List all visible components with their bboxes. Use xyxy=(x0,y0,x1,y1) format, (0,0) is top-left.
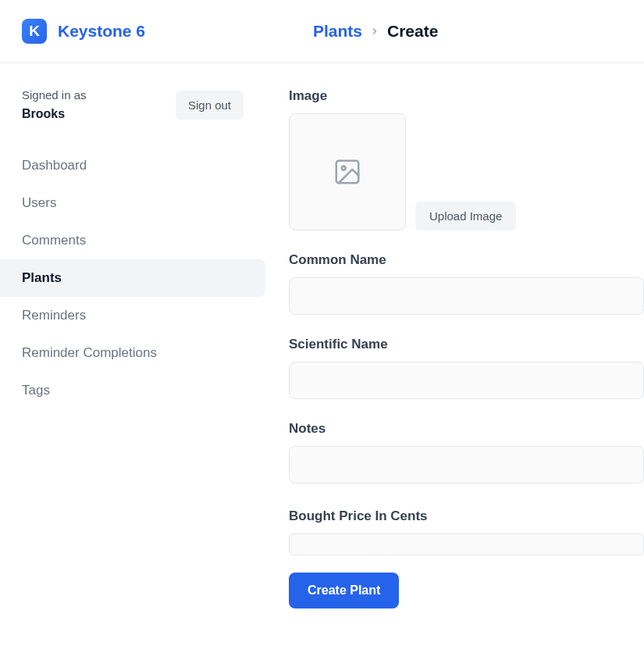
brand[interactable]: K Keystone 6 xyxy=(22,19,313,44)
field-scientific-name: Scientific Name xyxy=(289,337,644,399)
chevron-right-icon xyxy=(370,27,379,36)
field-image: Image Upload Image xyxy=(289,88,644,230)
signout-button[interactable]: Sign out xyxy=(176,91,244,120)
signed-in-text: Signed in as Brooks xyxy=(22,87,87,123)
auth-block: Signed in as Brooks Sign out xyxy=(0,87,265,123)
signed-in-label: Signed in as xyxy=(22,88,87,102)
field-notes: Notes xyxy=(289,421,644,487)
breadcrumb: Plants Create xyxy=(313,22,438,41)
logo-icon: K xyxy=(22,19,47,44)
sidebar-item-plants[interactable]: Plants xyxy=(0,259,265,297)
upload-image-button[interactable]: Upload Image xyxy=(415,202,516,230)
common-name-label: Common Name xyxy=(289,252,644,268)
sidebar-item-users[interactable]: Users xyxy=(0,184,265,222)
sidebar-item-reminder-completions[interactable]: Reminder Completions xyxy=(0,334,265,372)
notes-input[interactable] xyxy=(289,446,644,484)
brand-title: Keystone 6 xyxy=(58,22,145,41)
image-placeholder xyxy=(289,113,406,230)
svg-point-1 xyxy=(342,166,346,170)
notes-label: Notes xyxy=(289,421,644,437)
image-label: Image xyxy=(289,88,644,104)
scientific-name-input[interactable] xyxy=(289,362,644,399)
signed-in-username: Brooks xyxy=(22,107,65,120)
breadcrumb-current: Create xyxy=(387,22,438,41)
logo-letter: K xyxy=(29,23,40,40)
bought-price-input[interactable] xyxy=(289,533,644,555)
sidebar: Signed in as Brooks Sign out Dashboard U… xyxy=(0,63,265,633)
app-header: K Keystone 6 Plants Create xyxy=(0,0,644,63)
nav: Dashboard Users Comments Plants Reminder… xyxy=(0,147,265,409)
app-body: Signed in as Brooks Sign out Dashboard U… xyxy=(0,63,644,633)
sidebar-item-reminders[interactable]: Reminders xyxy=(0,297,265,334)
breadcrumb-parent[interactable]: Plants xyxy=(313,22,362,41)
main-content: Image Upload Image Common Name Scientifi… xyxy=(265,63,644,633)
sidebar-item-dashboard[interactable]: Dashboard xyxy=(0,147,265,184)
bought-price-label: Bought Price In Cents xyxy=(289,508,644,524)
image-row: Upload Image xyxy=(289,113,644,230)
common-name-input[interactable] xyxy=(289,277,644,315)
sidebar-item-tags[interactable]: Tags xyxy=(0,372,265,409)
sidebar-item-comments[interactable]: Comments xyxy=(0,222,265,259)
field-bought-price: Bought Price In Cents xyxy=(289,508,644,555)
scientific-name-label: Scientific Name xyxy=(289,337,644,352)
image-icon xyxy=(333,157,362,187)
create-plant-button[interactable]: Create Plant xyxy=(289,573,399,608)
field-common-name: Common Name xyxy=(289,252,644,315)
